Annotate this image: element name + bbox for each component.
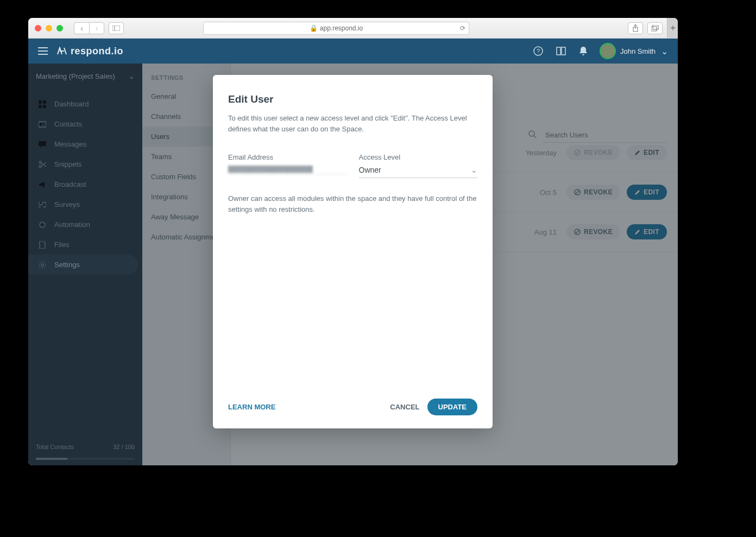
close-window-icon[interactable] [35,25,41,31]
minimize-window-icon[interactable] [46,25,52,31]
app-header: respond.io ? John Smith ⌄ [28,39,678,64]
update-button[interactable]: UPDATE [427,399,477,415]
user-name: John Smith [620,47,656,55]
maximize-window-icon[interactable] [56,25,63,31]
refresh-icon[interactable]: ⟳ [460,24,465,32]
edit-user-modal: Edit User To edit this user select a new… [213,75,493,428]
browser-window: ‹ › 🔒 app.respond.io ⟳ ＋ respond.io [28,18,678,465]
app-logo: respond.io [56,46,123,57]
share-button[interactable] [628,22,643,34]
tabs-button[interactable] [647,22,663,34]
svg-rect-3 [651,27,657,31]
svg-rect-0 [112,26,120,31]
help-icon[interactable]: ? [533,46,543,56]
svg-text:?: ? [537,48,540,54]
access-level-hint: Owner can access all modules within the … [228,193,477,215]
avatar [601,44,615,58]
lock-icon: 🔒 [310,24,318,32]
chevron-down-icon: ⌄ [471,166,477,174]
modal-description: To edit this user select a new access le… [228,113,477,135]
chevron-down-icon: ⌄ [661,46,668,56]
new-tab-button[interactable]: ＋ [667,18,678,39]
access-level-label: Access Level [359,153,478,161]
docs-icon[interactable] [556,47,566,55]
modal-title: Edit User [228,93,477,105]
svg-rect-4 [653,25,658,29]
learn-more-link[interactable]: LEARN MORE [228,403,275,411]
address-bar[interactable]: 🔒 app.respond.io ⟳ [203,22,469,35]
cancel-button[interactable]: CANCEL [382,399,427,415]
bell-icon[interactable] [579,46,588,56]
browser-titlebar: ‹ › 🔒 app.respond.io ⟳ ＋ [28,18,678,39]
window-controls [35,25,63,31]
url-text: app.respond.io [320,24,363,32]
access-level-select[interactable]: Owner ⌄ [359,166,478,178]
email-value: ████████████████████ [228,166,347,175]
sidebar-toggle-button[interactable] [109,22,124,34]
forward-button[interactable]: › [89,22,104,34]
menu-icon[interactable] [38,47,48,55]
nav-buttons: ‹ › [74,22,104,34]
email-label: Email Address [228,153,347,161]
back-button[interactable]: ‹ [74,22,89,34]
user-menu[interactable]: John Smith ⌄ [601,44,668,58]
